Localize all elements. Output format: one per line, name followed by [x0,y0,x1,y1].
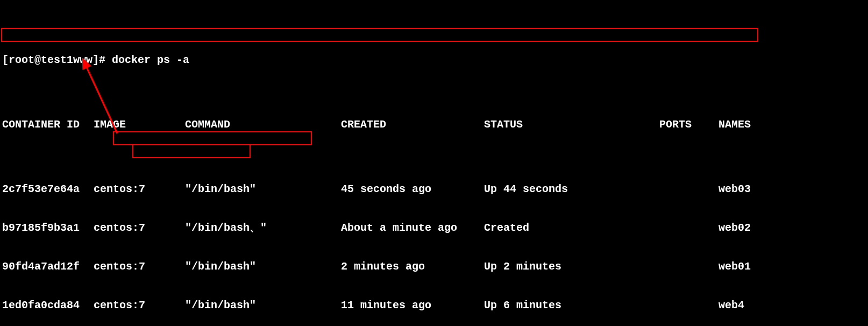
header-container-id: CONTAINER ID [2,118,94,131]
prompt-user: root [9,54,34,67]
cell-created: 45 seconds ago [341,183,484,196]
cell-created: About a minute ago [341,222,484,235]
annotation-arrow [0,0,868,326]
header-ports: PORTS [659,118,718,131]
cell-names: web02 [718,222,751,235]
container-row: 90fd4a7ad12fcentos:7"/bin/bash"2 minutes… [2,260,868,273]
header-created: CREATED [341,118,484,131]
command-1: docker ps -a [112,54,189,67]
cell-id: 90fd4a7ad12f [2,260,94,273]
header-status: STATUS [484,118,659,131]
cell-created: 2 minutes ago [341,260,484,273]
ps-header-row: CONTAINER IDIMAGECOMMANDCREATEDSTATUSPOR… [2,118,868,131]
cell-status: Created [484,222,659,235]
header-command: COMMAND [185,118,341,131]
cell-image: centos:7 [94,183,185,196]
prompt-path: www [73,54,93,67]
cell-names: web01 [718,260,751,273]
cell-status: Up 2 minutes [484,260,659,273]
header-image: IMAGE [94,118,185,131]
container-row: b97185f9b3a1centos:7"/bin/bash、"About a … [2,222,868,235]
cell-status: Up 6 minutes [484,299,659,312]
header-names: NAMES [718,118,751,131]
annotation-box-ping-cmd [132,144,251,158]
cell-image: centos:7 [94,222,185,235]
cell-names: web03 [718,183,751,196]
terminal-output[interactable]: [root@test1 www]# docker ps -a CONTAINER… [0,0,868,326]
annotation-box-row-web03 [1,28,758,42]
cell-command: "/bin/bash" [185,299,341,312]
cell-id: 1ed0fa0cda84 [2,299,94,312]
cell-id: b97185f9b3a1 [2,222,94,235]
cell-image: centos:7 [94,299,185,312]
cell-command: "/bin/bash" [185,183,341,196]
prompt-host: test1 [41,54,73,67]
container-row: 2c7f53e7e64acentos:7"/bin/bash"45 second… [2,183,868,196]
cell-image: centos:7 [94,260,185,273]
prompt-line-1: [root@test1 www]# docker ps -a [2,54,868,67]
cell-id: 2c7f53e7e64a [2,183,94,196]
cell-command: "/bin/bash" [185,260,341,273]
annotation-box-docker-exec [113,131,312,145]
cell-names: web4 [718,299,744,312]
cell-command: "/bin/bash、" [185,222,341,235]
cell-created: 11 minutes ago [341,299,484,312]
cell-status: Up 44 seconds [484,183,659,196]
container-row: 1ed0fa0cda84centos:7"/bin/bash"11 minute… [2,299,868,312]
